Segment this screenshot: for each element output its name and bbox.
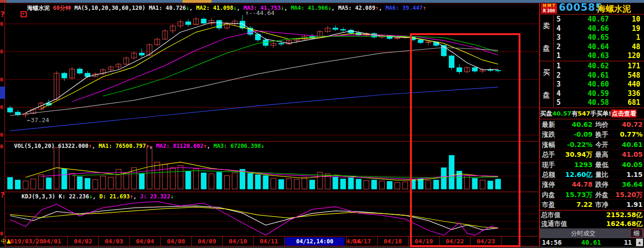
bid-row-3[interactable]: 340.60440	[554, 80, 644, 89]
date-label: 04/17	[346, 237, 377, 246]
stat-value: 2152.58亿	[606, 211, 643, 219]
kdj-help-icon[interactable]: ?	[0, 191, 5, 199]
date-label: 04/11	[254, 237, 285, 246]
annotation-rectangle	[410, 33, 520, 247]
stat-value: 40.72	[622, 120, 643, 130]
stat-label: 最低	[595, 160, 608, 170]
quantity: 548	[628, 71, 640, 80]
quote-panel: H M T R 300 600585 海螺水泥 卖 盘 540.6710440.…	[539, 3, 644, 247]
price-axis-fragment: 0	[0, 104, 4, 110]
quantity: 681	[628, 98, 640, 108]
level: 3	[556, 33, 561, 43]
kline-chart-area[interactable]: ? ? 海螺水泥 60分钟 MA(5,10,20,30,60,120) MA1:…	[0, 3, 539, 247]
stat-value: 1.91	[626, 200, 643, 210]
kdj-pane-header: KDJ(9,3,3) K: 22.236↓, D: 21.693↑, J: 23…	[22, 193, 174, 200]
stat-row: 内盘15.73万外盘15.20万	[540, 190, 644, 200]
scroll-up-icon[interactable]: ▲	[636, 239, 643, 246]
direction-arrow: ↑	[146, 143, 149, 149]
bid-row-2[interactable]: 240.61548	[554, 71, 644, 80]
stat-label: 现手	[542, 160, 555, 170]
pushpin-icon[interactable]	[21, 11, 27, 17]
big-order-hint: 买盘40.57有547手买单!点击查看	[540, 109, 644, 119]
quantity: 1	[636, 33, 640, 43]
ma-value: MA1: 40.726	[149, 5, 186, 11]
price: 40.60	[576, 80, 609, 89]
direction-arrow: ↓	[281, 5, 284, 11]
vol-ma-value: MA2: 81120.602	[156, 143, 203, 149]
stat-value: 12.60亿	[558, 170, 593, 180]
price: 40.58	[576, 98, 609, 108]
price: 40.64	[576, 43, 609, 52]
tape-header-label: 分时成交	[571, 228, 595, 238]
bid-row-1[interactable]: 140.62171	[554, 62, 644, 71]
hint-mid: 有	[571, 110, 578, 117]
index-membership-badge: H M T R 300	[541, 3, 557, 14]
stat-row: 涨幅-0.22%今开40.61	[540, 140, 644, 150]
stock-code[interactable]: 600585	[559, 2, 603, 13]
draw-tool-icon[interactable]: 中	[1, 238, 7, 246]
separator-text: ,	[207, 143, 213, 149]
help-icon[interactable]: ?	[0, 10, 5, 19]
bid-label-char1: 买	[543, 68, 550, 77]
separator-text: ,	[284, 5, 291, 11]
view-details-link[interactable]: 点击查看	[611, 109, 637, 117]
stat-label: 内盘	[542, 190, 555, 200]
ask-row-4[interactable]: 440.6619	[554, 24, 644, 34]
stock-app-window: ? ? 海螺水泥 60分钟 MA(5,10,20,30,60,120) MA1:…	[0, 0, 644, 248]
price: 40.61	[576, 71, 609, 80]
separator	[540, 61, 644, 61]
vol-ma-value: MA1: 76500.797	[99, 143, 146, 149]
price: 40.67	[576, 15, 609, 24]
level: 5	[556, 15, 561, 24]
stat-row: 总手30.94万最高41.05	[540, 150, 644, 160]
bid-label-char2: 盘	[543, 91, 550, 100]
tape-last-trade-row[interactable]: 14:56 40.61 11 ▲	[540, 238, 644, 247]
level: 5	[556, 98, 561, 108]
stats-block: 最新40.62均价40.72涨跌-0.09换手0.77%涨幅-0.22%今开40…	[540, 120, 644, 210]
volume-pane-header: VOL(5,10,20) 61322.000↑, MA1: 76500.797↑…	[14, 143, 264, 150]
bid-row-5[interactable]: 540.58681	[554, 98, 644, 108]
level: 3	[556, 80, 561, 89]
bid-row-4[interactable]: 440.59336	[554, 89, 644, 99]
volume-axis-zero: 0	[0, 144, 4, 150]
price-axis-fragment: 0	[0, 77, 4, 83]
ask-row-1[interactable]: 140.63120	[554, 51, 644, 61]
separator-text: ,	[379, 5, 385, 11]
date-label: 04/03	[99, 237, 130, 246]
quantity: 48	[632, 43, 640, 52]
stat-label: 最高	[595, 150, 608, 160]
tape-detail-button[interactable]: 细	[630, 229, 643, 237]
crosshair-datetime-label: 04/12,14:00	[285, 237, 344, 246]
stat-value: 41.05	[622, 150, 643, 160]
stat-row: 总额12.60亿量比1.15	[540, 170, 644, 180]
date-label: 04/18	[377, 237, 408, 246]
price-axis-fragment: 0	[0, 49, 4, 55]
separator	[540, 119, 644, 119]
level: 1	[556, 62, 561, 71]
ask-row-2[interactable]: 240.6448	[554, 43, 644, 52]
stat-label: 换手	[595, 130, 608, 139]
ask-row-5[interactable]: 540.6710	[554, 15, 644, 24]
direction-arrow: ↓	[89, 193, 93, 200]
direction-arrow: ↓	[261, 143, 264, 149]
direction-arrow: ↓	[186, 5, 189, 11]
ma-value: MA4: 41.966	[291, 5, 328, 11]
stat-label: 涨跌	[542, 130, 555, 139]
stat-value: 15.73万	[558, 190, 593, 200]
stock-name[interactable]: 海螺水泥	[597, 3, 631, 15]
level: 2	[556, 71, 561, 80]
stat-value: -0.09	[558, 130, 593, 139]
stat-label: 量比	[595, 170, 608, 180]
high-price-annotation: ↑--44.64	[245, 9, 275, 16]
ask-row-3[interactable]: 340.651	[554, 33, 644, 43]
stat-value: -0.22%	[558, 140, 593, 150]
ma-param: MA(5,10,20,30,60,120)	[74, 5, 149, 11]
chart-period: 60分钟	[53, 5, 74, 11]
stat-label: 跌停	[595, 180, 608, 190]
hint-pre: 买盘	[540, 110, 552, 117]
vol-ma-value: MA3: 67206.398	[213, 143, 261, 149]
stat-value: 40.61	[622, 140, 643, 150]
market-cap-row: 总市值2152.58亿	[540, 211, 644, 219]
page-marker-icon[interactable]: ▲	[7, 238, 11, 244]
stat-value: 36.64	[622, 180, 643, 190]
